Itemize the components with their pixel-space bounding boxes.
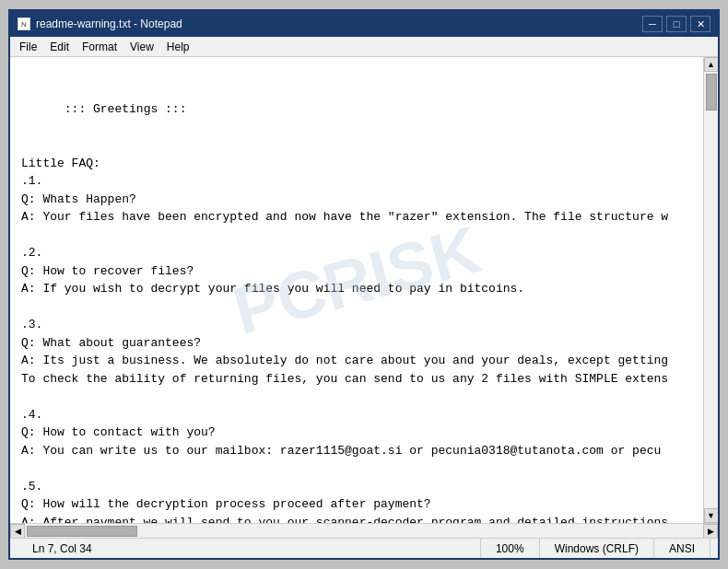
scroll-track-h[interactable] — [25, 524, 703, 538]
status-bar: Ln 7, Col 34 100% Windows (CRLF) ANSI — [10, 538, 718, 558]
status-zoom-section: 100% — [481, 539, 540, 558]
horizontal-scrollbar[interactable]: ◀ ▶ — [10, 523, 718, 538]
zoom-level: 100% — [496, 542, 524, 555]
notepad-window: N readme-warning.txt - Notepad ─ □ ✕ Fil… — [8, 9, 720, 560]
maximize-button[interactable]: □ — [666, 16, 687, 32]
window-title: readme-warning.txt - Notepad — [36, 17, 182, 30]
scroll-thumb-h[interactable] — [27, 526, 137, 537]
title-bar: N readme-warning.txt - Notepad ─ □ ✕ — [10, 11, 718, 37]
scroll-up-arrow[interactable]: ▲ — [704, 57, 719, 72]
title-bar-left: N readme-warning.txt - Notepad — [18, 17, 182, 30]
watermark: PCRISK — [223, 200, 491, 361]
encoding: ANSI — [669, 542, 695, 555]
bottom-area: ◀ ▶ Ln 7, Col 34 100% Windows (CRLF) ANS… — [10, 523, 718, 558]
menu-bar: File Edit Format View Help — [10, 37, 718, 57]
editor-area: PCRISK ::: Greetings ::: Little FAQ: .1.… — [10, 57, 718, 523]
text-editor[interactable]: PCRISK ::: Greetings ::: Little FAQ: .1.… — [10, 57, 703, 523]
scroll-track-v[interactable] — [704, 72, 718, 508]
vertical-scrollbar[interactable]: ▲ ▼ — [703, 57, 718, 523]
title-bar-controls: ─ □ ✕ — [642, 16, 710, 32]
status-encoding-section: ANSI — [654, 539, 710, 558]
menu-help[interactable]: Help — [161, 39, 195, 55]
menu-format[interactable]: Format — [76, 39, 123, 55]
close-button[interactable]: ✕ — [690, 16, 710, 32]
app-icon: N — [18, 17, 30, 30]
scroll-down-arrow[interactable]: ▼ — [704, 508, 719, 523]
scroll-thumb-v[interactable] — [706, 74, 717, 110]
scroll-right-arrow[interactable]: ▶ — [703, 524, 718, 539]
cursor-position: Ln 7, Col 34 — [32, 542, 92, 555]
minimize-button[interactable]: ─ — [642, 16, 663, 32]
scroll-left-arrow[interactable]: ◀ — [10, 524, 25, 539]
menu-view[interactable]: View — [124, 39, 159, 55]
status-position-section: Ln 7, Col 34 — [18, 539, 481, 558]
menu-edit[interactable]: Edit — [44, 39, 75, 55]
menu-file[interactable]: File — [14, 39, 42, 55]
text-body: ::: Greetings ::: Little FAQ: .1. Q: Wha… — [21, 102, 668, 523]
line-ending: Windows (CRLF) — [555, 542, 639, 555]
status-line-ending-section: Windows (CRLF) — [540, 539, 654, 558]
